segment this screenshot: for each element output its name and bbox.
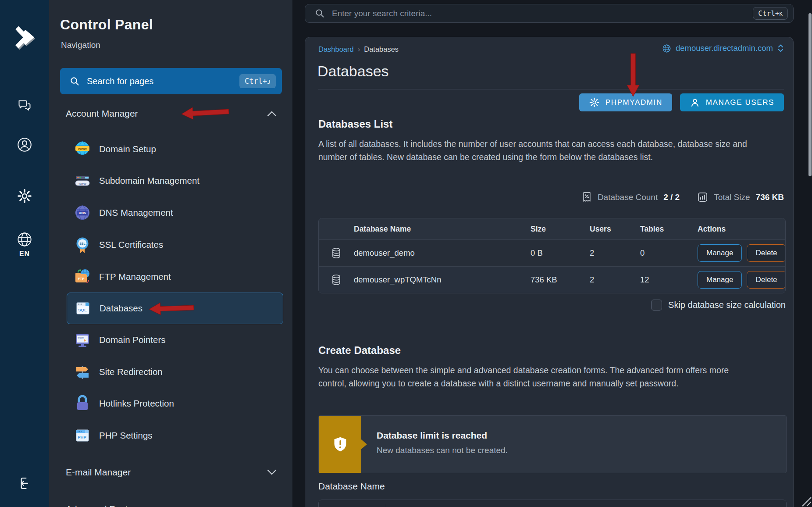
svg-text:SQL: SQL	[78, 307, 87, 312]
sidebar-item-hotlinks-protection[interactable]: Hotlinks Protection	[67, 388, 283, 419]
phpmyadmin-button[interactable]: PHPMYADMIN	[579, 93, 672, 111]
manage-database-button[interactable]: Manage	[698, 244, 742, 262]
skip-size-label: Skip database size calculation	[668, 300, 786, 310]
global-search-input[interactable]	[332, 9, 746, 18]
sidebar-item-php-settings[interactable]: PHP PHP Settings	[67, 420, 283, 451]
directadmin-logo[interactable]	[13, 23, 36, 52]
databases-table: Database Name Size Users Tables Actions …	[318, 218, 786, 293]
breadcrumb-dashboard-link[interactable]: Dashboard	[318, 45, 354, 54]
support-chat-button[interactable]	[17, 98, 32, 113]
page-scrollbar-thumb[interactable]	[808, 13, 812, 176]
sidebar-item-dns-management[interactable]: DNS DNS Management	[67, 197, 283, 229]
globe-icon	[17, 232, 32, 247]
current-domain: demouser.directadmin.com	[676, 43, 773, 53]
domain-selector[interactable]: demouser.directadmin.com	[662, 43, 784, 53]
domain-setup-icon: www	[73, 139, 92, 159]
databases-icon: SQL	[73, 299, 93, 318]
svg-text:www: www	[78, 146, 87, 151]
gear-icon	[589, 97, 600, 108]
total-size-icon	[697, 192, 708, 203]
database-count-icon	[582, 192, 592, 203]
table-header-row: Database Name Size Users Tables Actions	[319, 218, 785, 239]
create-database-description: You can choose between the simple and ad…	[318, 364, 753, 390]
svg-text:SSL: SSL	[79, 242, 85, 245]
sidebar-section-advanced-features[interactable]: Advanced Features	[66, 503, 277, 507]
section-label: E-mail Manager	[66, 467, 131, 478]
databases-stats: Database Count 2 / 2 Total Size 736 KB	[582, 192, 784, 203]
sidebar-search-input[interactable]	[87, 76, 232, 86]
databases-list-heading: Databases List	[318, 118, 392, 130]
globe-icon	[662, 44, 671, 53]
global-search-shortcut: Ctrl+K	[753, 7, 788, 20]
sidebar-title: Control Panel	[60, 17, 153, 33]
php-settings-icon: PHP	[73, 426, 92, 445]
sidebar-search-shortcut: Ctrl+J	[239, 74, 276, 88]
sidebar-section-email-manager[interactable]: E-mail Manager	[66, 466, 277, 479]
sidebar-item-label: FTP Management	[99, 271, 171, 282]
hotlinks-protection-icon	[73, 394, 92, 413]
svg-text:DNS: DNS	[79, 211, 87, 215]
svg-text:PHP: PHP	[78, 435, 86, 439]
sidebar-item-domain-pointers[interactable]: www Domain Pointers	[67, 324, 283, 356]
warning-accent-strip	[319, 416, 361, 473]
directadmin-screen: EN Control Panel Navigation Ctrl+J Accou…	[0, 0, 812, 507]
section-label: Advanced Features	[66, 504, 146, 507]
create-database-heading: Create Database	[318, 344, 401, 357]
language-button[interactable]: EN	[17, 232, 32, 258]
breadcrumb-current: Databases	[364, 45, 399, 54]
sidebar-item-site-redirection[interactable]: Site Redirection	[67, 356, 283, 388]
search-icon	[315, 8, 325, 18]
sidebar-item-ftp-management[interactable]: FTP FTP Management	[67, 261, 283, 293]
svg-text:FTP: FTP	[78, 277, 85, 281]
cell-users: 2	[590, 248, 640, 258]
page-title: Databases	[317, 63, 389, 80]
sidebar-item-ssl-certificates[interactable]: SSL SSL Certificates	[67, 229, 283, 261]
section-label: Account Manager	[66, 108, 138, 119]
dns-management-icon: DNS	[73, 203, 92, 222]
databases-page-card: Dashboard › Databases demouser.directadm…	[305, 37, 794, 507]
site-redirection-icon	[73, 362, 92, 382]
settings-button[interactable]	[17, 188, 32, 204]
sidebar-item-databases[interactable]: SQL Databases	[67, 293, 283, 324]
skip-size-checkbox[interactable]	[651, 300, 662, 311]
cell-size: 0 B	[531, 248, 590, 258]
search-icon	[70, 76, 80, 86]
manage-users-button[interactable]: MANAGE USERS	[680, 93, 784, 111]
sidebar-item-label: Domain Pointers	[99, 335, 166, 345]
page-actions: PHPMYADMIN MANAGE USERS	[579, 93, 784, 111]
database-icon	[331, 274, 342, 286]
gear-icon	[17, 188, 32, 204]
manage-database-button[interactable]: Manage	[698, 271, 742, 289]
cell-size: 736 KB	[531, 275, 590, 285]
global-search-bar: Ctrl+K	[305, 4, 794, 23]
language-code: EN	[19, 250, 30, 258]
database-icon	[331, 247, 342, 259]
ssl-certificates-icon: SSL	[73, 235, 92, 254]
col-size: Size	[531, 225, 590, 234]
chevron-down-icon	[267, 469, 277, 475]
sidebar-search[interactable]: Ctrl+J	[60, 68, 282, 94]
stat-value: 2 / 2	[663, 193, 680, 202]
navigation-sidebar: Control Panel Navigation Ctrl+J Account …	[49, 0, 292, 507]
col-actions: Actions	[698, 225, 785, 234]
sidebar-item-domain-setup[interactable]: www Domain Setup	[67, 133, 283, 165]
cell-tables: 0	[640, 248, 698, 258]
ftp-management-icon: FTP	[73, 267, 92, 286]
delete-database-button[interactable]: Delete	[747, 271, 786, 289]
domain-pointers-icon: www	[73, 330, 92, 350]
sidebar-item-subdomain-management[interactable]: www Subdomain Management	[67, 165, 283, 196]
stat-label: Database Count	[598, 193, 658, 202]
input-prefix-divider	[386, 504, 386, 507]
database-name-input[interactable]	[318, 500, 787, 507]
sidebar-item-label: Site Redirection	[99, 367, 163, 377]
account-button[interactable]	[17, 137, 32, 153]
stat-label: Total Size	[714, 193, 750, 202]
logout-button[interactable]	[17, 476, 32, 491]
sidebar-section-account-manager[interactable]: Account Manager	[66, 107, 277, 120]
sidebar-item-label: PHP Settings	[99, 430, 153, 441]
databases-list-description: A list of all databases. It includes the…	[318, 137, 753, 164]
chevron-up-icon	[267, 111, 277, 117]
delete-database-button[interactable]: Delete	[747, 244, 786, 262]
sidebar-item-label: SSL Certificates	[99, 239, 163, 250]
warning-subtitle: New databases can not be created.	[377, 446, 508, 455]
